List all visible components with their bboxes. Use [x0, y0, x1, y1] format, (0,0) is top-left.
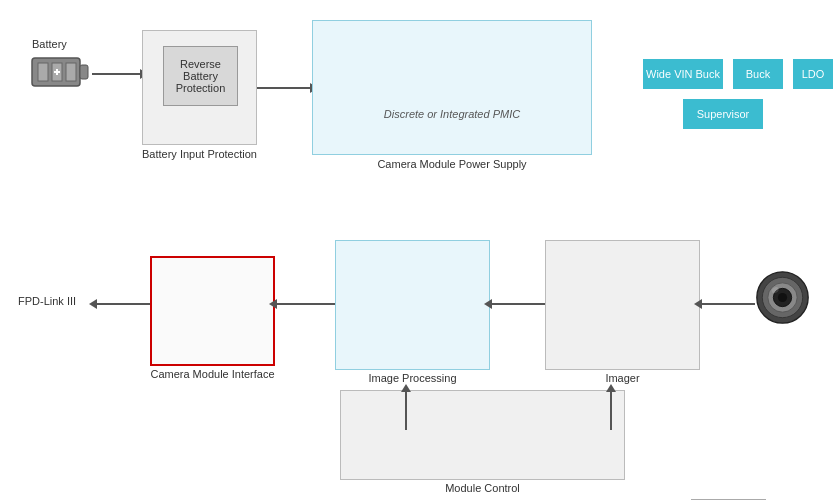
- bip-label: Battery Input Protection: [142, 148, 257, 160]
- svg-point-11: [778, 293, 787, 302]
- arrow-ip-to-cmi: [275, 303, 335, 305]
- wide-vin-buck-button: Wide VIN Buck: [643, 59, 723, 89]
- svg-rect-4: [66, 63, 76, 81]
- imager-box: CMOS Sensor: [545, 240, 700, 370]
- arrow-camera-to-cmos: [700, 303, 755, 305]
- fpd-link-label: FPD-Link III: [18, 295, 76, 307]
- mc-label: Module Control: [340, 482, 625, 494]
- reverse-battery-protection-box: Reverse Battery Protection: [163, 46, 238, 106]
- arrow-cmos-to-isp: [490, 303, 545, 305]
- image-processing-box: ISP: [335, 240, 490, 370]
- pmic-outer-label: Camera Module Power Supply: [312, 158, 592, 170]
- camera-module-interface-box: Serializer: [150, 256, 275, 366]
- arrow-mcu-to-ip: [405, 390, 407, 430]
- pmic-box: Wide VIN Buck Buck LDO Supervisor: [312, 20, 592, 155]
- ip-label: Image Processing: [335, 372, 490, 384]
- cmi-label: Camera Module Interface: [150, 368, 275, 380]
- svg-rect-1: [80, 65, 88, 79]
- arrow-battery-to-protection: [92, 73, 142, 75]
- arrow-fpd-to-serializer: [95, 303, 150, 305]
- battery-input-protection-box: Reverse Battery Protection: [142, 30, 257, 145]
- battery-icon: [30, 50, 90, 100]
- buck-button: Buck: [733, 59, 783, 89]
- arrow-protection-to-pmic: [257, 87, 312, 89]
- pmic-inner-label: Discrete or Integrated PMIC: [312, 108, 592, 120]
- block-diagram: Battery Reverse Battery Protection Batte…: [0, 0, 836, 500]
- ldo-button: LDO: [793, 59, 833, 89]
- arrow-flash-to-imager: [610, 390, 612, 430]
- svg-rect-2: [38, 63, 48, 81]
- imager-label: Imager: [545, 372, 700, 384]
- camera-lens-icon: [755, 270, 815, 330]
- module-control-box: MCU Flash: [340, 390, 625, 480]
- supervisor-button: Supervisor: [683, 99, 763, 129]
- battery-label: Battery: [32, 38, 67, 50]
